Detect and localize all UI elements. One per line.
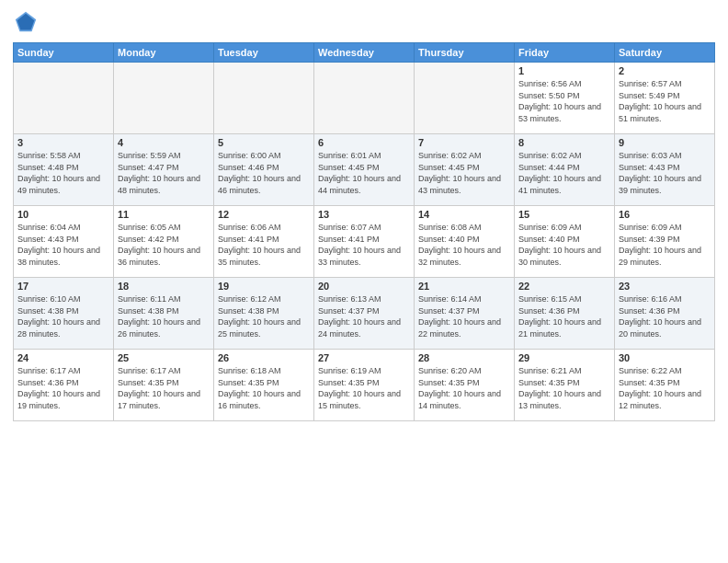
- day-info: Sunrise: 6:06 AM Sunset: 4:41 PM Dayligh…: [218, 222, 310, 268]
- day-info: Sunrise: 6:20 AM Sunset: 4:35 PM Dayligh…: [418, 365, 510, 411]
- day-info: Sunrise: 5:59 AM Sunset: 4:47 PM Dayligh…: [118, 150, 210, 196]
- logo: [13, 9, 42, 35]
- day-number: 16: [619, 209, 711, 220]
- day-number: 26: [218, 352, 310, 363]
- day-info: Sunrise: 6:16 AM Sunset: 4:36 PM Dayligh…: [619, 293, 711, 339]
- calendar-cell: 2Sunrise: 6:57 AM Sunset: 5:49 PM Daylig…: [615, 63, 715, 134]
- day-number: 27: [318, 352, 410, 363]
- day-info: Sunrise: 6:17 AM Sunset: 4:36 PM Dayligh…: [17, 365, 109, 411]
- svg-marker-1: [17, 14, 35, 30]
- day-info: Sunrise: 6:02 AM Sunset: 4:45 PM Dayligh…: [418, 150, 510, 196]
- calendar-cell: 22Sunrise: 6:15 AM Sunset: 4:36 PM Dayli…: [515, 278, 615, 350]
- weekday-header-thursday: Thursday: [415, 43, 515, 63]
- day-number: 2: [619, 65, 711, 76]
- day-info: Sunrise: 6:15 AM Sunset: 4:36 PM Dayligh…: [518, 293, 610, 339]
- main-container: SundayMondayTuesdayWednesdayThursdayFrid…: [0, 0, 728, 563]
- calendar-cell: 23Sunrise: 6:16 AM Sunset: 4:36 PM Dayli…: [615, 278, 715, 350]
- calendar-cell: 19Sunrise: 6:12 AM Sunset: 4:38 PM Dayli…: [214, 278, 314, 350]
- day-info: Sunrise: 6:00 AM Sunset: 4:46 PM Dayligh…: [218, 150, 310, 196]
- day-info: Sunrise: 6:12 AM Sunset: 4:38 PM Dayligh…: [218, 293, 310, 339]
- day-number: 10: [17, 209, 109, 220]
- day-number: 23: [619, 281, 711, 292]
- calendar-cell: 18Sunrise: 6:11 AM Sunset: 4:38 PM Dayli…: [114, 278, 214, 350]
- day-info: Sunrise: 6:09 AM Sunset: 4:39 PM Dayligh…: [619, 222, 711, 268]
- calendar-cell: 4Sunrise: 5:59 AM Sunset: 4:47 PM Daylig…: [114, 134, 214, 206]
- day-number: 15: [518, 209, 610, 220]
- day-number: 4: [118, 137, 210, 148]
- day-info: Sunrise: 6:07 AM Sunset: 4:41 PM Dayligh…: [318, 222, 410, 268]
- day-info: Sunrise: 6:08 AM Sunset: 4:40 PM Dayligh…: [418, 222, 510, 268]
- day-number: 28: [418, 352, 510, 363]
- calendar-cell: 1Sunrise: 6:56 AM Sunset: 5:50 PM Daylig…: [515, 63, 615, 134]
- calendar-cell: 27Sunrise: 6:19 AM Sunset: 4:35 PM Dayli…: [314, 350, 415, 421]
- calendar-cell: 24Sunrise: 6:17 AM Sunset: 4:36 PM Dayli…: [14, 350, 114, 421]
- day-number: 13: [318, 209, 410, 220]
- day-info: Sunrise: 6:05 AM Sunset: 4:42 PM Dayligh…: [118, 222, 210, 268]
- day-number: 11: [118, 209, 210, 220]
- calendar-table: SundayMondayTuesdayWednesdayThursdayFrid…: [13, 42, 715, 421]
- day-info: Sunrise: 6:18 AM Sunset: 4:35 PM Dayligh…: [218, 365, 310, 411]
- calendar-week-1: 1Sunrise: 6:56 AM Sunset: 5:50 PM Daylig…: [14, 63, 715, 134]
- day-number: 17: [17, 281, 109, 292]
- logo-icon: [13, 9, 39, 35]
- calendar-week-3: 10Sunrise: 6:04 AM Sunset: 4:43 PM Dayli…: [14, 206, 715, 278]
- calendar-cell: 3Sunrise: 5:58 AM Sunset: 4:48 PM Daylig…: [14, 134, 114, 206]
- calendar-cell: 29Sunrise: 6:21 AM Sunset: 4:35 PM Dayli…: [515, 350, 615, 421]
- day-info: Sunrise: 6:56 AM Sunset: 5:50 PM Dayligh…: [518, 78, 610, 124]
- header: [13, 9, 715, 35]
- calendar-cell: 15Sunrise: 6:09 AM Sunset: 4:40 PM Dayli…: [515, 206, 615, 278]
- calendar-cell: 21Sunrise: 6:14 AM Sunset: 4:37 PM Dayli…: [415, 278, 515, 350]
- calendar-cell: [314, 63, 415, 134]
- day-info: Sunrise: 6:21 AM Sunset: 4:35 PM Dayligh…: [518, 365, 610, 411]
- weekday-header-sunday: Sunday: [14, 43, 114, 63]
- calendar-week-4: 17Sunrise: 6:10 AM Sunset: 4:38 PM Dayli…: [14, 278, 715, 350]
- weekday-header-tuesday: Tuesday: [214, 43, 314, 63]
- day-info: Sunrise: 6:57 AM Sunset: 5:49 PM Dayligh…: [619, 78, 711, 124]
- calendar-cell: 11Sunrise: 6:05 AM Sunset: 4:42 PM Dayli…: [114, 206, 214, 278]
- calendar-cell: 26Sunrise: 6:18 AM Sunset: 4:35 PM Dayli…: [214, 350, 314, 421]
- day-number: 30: [619, 352, 711, 363]
- calendar-cell: 20Sunrise: 6:13 AM Sunset: 4:37 PM Dayli…: [314, 278, 415, 350]
- calendar-cell: 6Sunrise: 6:01 AM Sunset: 4:45 PM Daylig…: [314, 134, 415, 206]
- calendar-week-2: 3Sunrise: 5:58 AM Sunset: 4:48 PM Daylig…: [14, 134, 715, 206]
- weekday-header-saturday: Saturday: [615, 43, 715, 63]
- day-number: 9: [619, 137, 711, 148]
- weekday-header-row: SundayMondayTuesdayWednesdayThursdayFrid…: [14, 43, 715, 63]
- calendar-week-5: 24Sunrise: 6:17 AM Sunset: 4:36 PM Dayli…: [14, 350, 715, 421]
- day-number: 14: [418, 209, 510, 220]
- day-info: Sunrise: 6:17 AM Sunset: 4:35 PM Dayligh…: [118, 365, 210, 411]
- calendar-cell: [214, 63, 314, 134]
- day-number: 22: [518, 281, 610, 292]
- day-info: Sunrise: 6:10 AM Sunset: 4:38 PM Dayligh…: [17, 293, 109, 339]
- day-info: Sunrise: 6:03 AM Sunset: 4:43 PM Dayligh…: [619, 150, 711, 196]
- day-number: 29: [518, 352, 610, 363]
- weekday-header-monday: Monday: [114, 43, 214, 63]
- day-info: Sunrise: 6:11 AM Sunset: 4:38 PM Dayligh…: [118, 293, 210, 339]
- day-number: 3: [17, 137, 109, 148]
- day-info: Sunrise: 6:14 AM Sunset: 4:37 PM Dayligh…: [418, 293, 510, 339]
- weekday-header-wednesday: Wednesday: [314, 43, 415, 63]
- calendar-cell: [415, 63, 515, 134]
- day-info: Sunrise: 6:19 AM Sunset: 4:35 PM Dayligh…: [318, 365, 410, 411]
- day-number: 6: [318, 137, 410, 148]
- day-info: Sunrise: 6:13 AM Sunset: 4:37 PM Dayligh…: [318, 293, 410, 339]
- day-info: Sunrise: 6:09 AM Sunset: 4:40 PM Dayligh…: [518, 222, 610, 268]
- calendar-cell: 16Sunrise: 6:09 AM Sunset: 4:39 PM Dayli…: [615, 206, 715, 278]
- day-number: 7: [418, 137, 510, 148]
- calendar-cell: 12Sunrise: 6:06 AM Sunset: 4:41 PM Dayli…: [214, 206, 314, 278]
- day-number: 19: [218, 281, 310, 292]
- day-info: Sunrise: 6:22 AM Sunset: 4:35 PM Dayligh…: [619, 365, 711, 411]
- day-number: 20: [318, 281, 410, 292]
- calendar-cell: 5Sunrise: 6:00 AM Sunset: 4:46 PM Daylig…: [214, 134, 314, 206]
- calendar-cell: 28Sunrise: 6:20 AM Sunset: 4:35 PM Dayli…: [415, 350, 515, 421]
- calendar-cell: 14Sunrise: 6:08 AM Sunset: 4:40 PM Dayli…: [415, 206, 515, 278]
- day-number: 25: [118, 352, 210, 363]
- day-number: 5: [218, 137, 310, 148]
- calendar-cell: 10Sunrise: 6:04 AM Sunset: 4:43 PM Dayli…: [14, 206, 114, 278]
- calendar-cell: 9Sunrise: 6:03 AM Sunset: 4:43 PM Daylig…: [615, 134, 715, 206]
- day-info: Sunrise: 6:01 AM Sunset: 4:45 PM Dayligh…: [318, 150, 410, 196]
- calendar-cell: 7Sunrise: 6:02 AM Sunset: 4:45 PM Daylig…: [415, 134, 515, 206]
- calendar-cell: [14, 63, 114, 134]
- day-info: Sunrise: 6:04 AM Sunset: 4:43 PM Dayligh…: [17, 222, 109, 268]
- day-info: Sunrise: 6:02 AM Sunset: 4:44 PM Dayligh…: [518, 150, 610, 196]
